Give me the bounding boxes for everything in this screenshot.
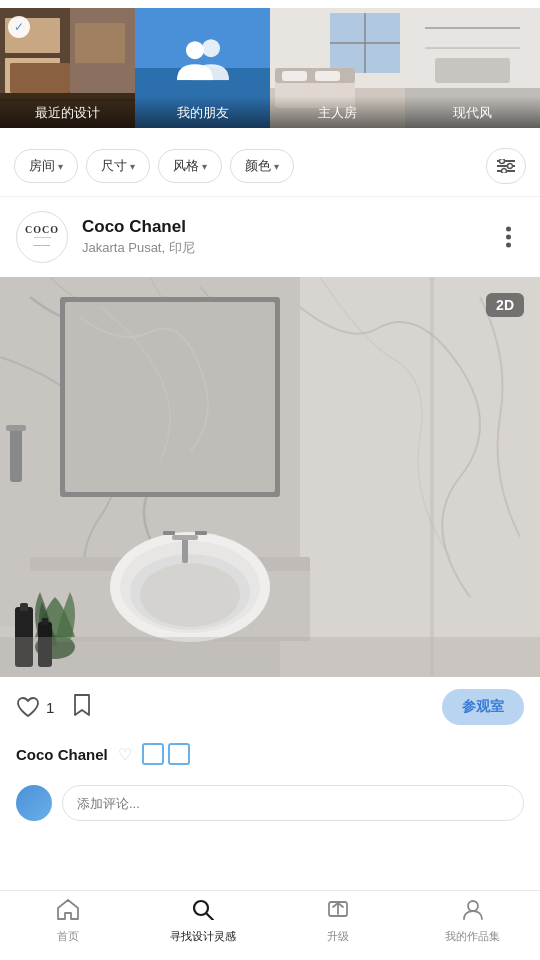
visit-room-button[interactable]: 参观室 [442, 689, 524, 725]
categories-strip: ✓ 最近的设计 我的朋友 [0, 0, 540, 136]
more-options-button[interactable] [492, 221, 524, 253]
svg-rect-60 [0, 637, 540, 677]
user-location: Jakarta Pusat, 印尼 [82, 239, 492, 257]
nav-portfolio-label: 我的作品集 [445, 929, 500, 944]
svg-rect-5 [75, 23, 125, 63]
nav-search-label: 寻找设计灵感 [170, 929, 236, 944]
user-card: COCO —— Coco Chanel Jakarta Pusat, 印尼 [0, 197, 540, 277]
svg-rect-50 [172, 535, 198, 540]
category-recent-label: 最近的设计 [0, 96, 135, 128]
filter-room[interactable]: 房间 ▾ [14, 149, 78, 183]
filter-options-button[interactable] [486, 148, 526, 184]
comment-area [0, 777, 540, 833]
upgrade-icon [326, 898, 350, 926]
post-info: Coco Chanel ♡ [0, 737, 540, 777]
category-recent[interactable]: ✓ 最近的设计 [0, 8, 135, 128]
chevron-down-icon: ▾ [130, 161, 135, 172]
svg-point-66 [468, 901, 478, 911]
nav-home-label: 首页 [57, 929, 79, 944]
svg-rect-22 [315, 71, 340, 81]
filter-color[interactable]: 颜色 ▾ [230, 149, 294, 183]
svg-line-63 [206, 914, 213, 921]
design-image[interactable]: 2D [0, 277, 540, 677]
svg-point-35 [506, 227, 511, 232]
svg-point-37 [506, 243, 511, 248]
svg-rect-52 [195, 531, 207, 535]
category-modern-label: 现代风 [405, 96, 540, 128]
category-check-icon: ✓ [8, 16, 30, 38]
svg-rect-57 [20, 603, 28, 611]
bottom-nav: 首页 寻找设计灵感 升级 我的作品集 [0, 890, 540, 960]
category-master[interactable]: 主人房 [270, 8, 405, 128]
home-icon [56, 898, 80, 926]
comment-input[interactable] [62, 785, 524, 821]
post-square-2 [168, 743, 190, 765]
nav-search[interactable]: 寻找设计灵感 [135, 890, 270, 952]
chevron-down-icon: ▾ [58, 161, 63, 172]
user-info: Coco Chanel Jakarta Pusat, 印尼 [82, 217, 492, 257]
svg-point-48 [140, 563, 240, 627]
user-name: Coco Chanel [82, 217, 492, 237]
svg-rect-59 [42, 618, 48, 625]
avatar[interactable]: COCO —— [16, 211, 68, 263]
nav-upgrade[interactable]: 升级 [270, 890, 405, 952]
svg-point-12 [186, 41, 204, 59]
portfolio-icon [461, 898, 485, 926]
svg-rect-53 [10, 427, 22, 482]
filter-style[interactable]: 风格 ▾ [158, 149, 222, 183]
category-master-label: 主人房 [270, 96, 405, 128]
svg-rect-8 [10, 63, 70, 93]
svg-point-11 [202, 39, 220, 57]
post-heart-icon: ♡ [118, 745, 132, 764]
filter-bar: 房间 ▾ 尺寸 ▾ 风格 ▾ 颜色 ▾ [0, 136, 540, 197]
svg-point-36 [506, 235, 511, 240]
filter-size[interactable]: 尺寸 ▾ [86, 149, 150, 183]
svg-rect-54 [6, 425, 26, 431]
like-button[interactable]: 1 [16, 696, 54, 718]
category-modern[interactable]: 现代风 [405, 8, 540, 128]
nav-upgrade-label: 升级 [327, 929, 349, 944]
chevron-down-icon: ▾ [202, 161, 207, 172]
category-friends[interactable]: 我的朋友 [135, 8, 270, 128]
post-square-1 [142, 743, 164, 765]
friends-icon [173, 36, 233, 89]
svg-rect-28 [435, 58, 510, 83]
svg-point-32 [500, 159, 505, 164]
badge-2d: 2D [486, 293, 524, 317]
svg-rect-51 [163, 531, 175, 535]
action-bar: 1 参观室 [0, 677, 540, 737]
bookmark-button[interactable] [72, 693, 92, 721]
svg-point-34 [502, 169, 507, 174]
chevron-down-icon: ▾ [274, 161, 279, 172]
nav-home[interactable]: 首页 [0, 890, 135, 952]
nav-portfolio[interactable]: 我的作品集 [405, 890, 540, 952]
svg-rect-21 [282, 71, 307, 81]
svg-point-33 [508, 164, 513, 169]
search-icon [191, 898, 215, 926]
category-friends-label: 我的朋友 [135, 96, 270, 128]
post-author: Coco Chanel [16, 746, 108, 763]
commenter-avatar [16, 785, 52, 821]
like-count: 1 [46, 699, 54, 716]
svg-rect-61 [430, 277, 434, 677]
post-squares [142, 743, 190, 765]
